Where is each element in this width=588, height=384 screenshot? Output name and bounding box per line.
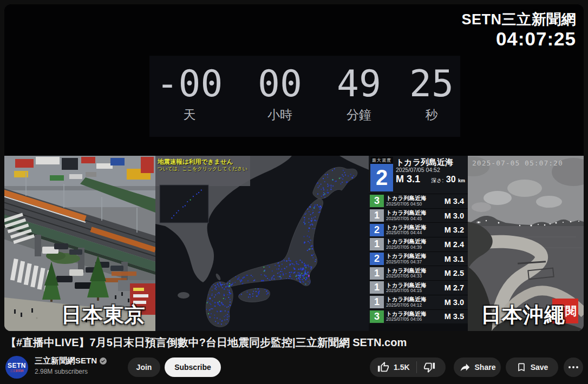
tokyo-cam-label: 日本東京	[61, 301, 146, 329]
quake-datetime: 2025/07/05 04:52	[396, 167, 468, 174]
quake-datetime: 2025/07/05 04:45	[386, 216, 426, 221]
okinawa-live-cam: 2025-07-05 05:07:20 訂閱 日本沖繩	[468, 156, 584, 331]
more-actions-button[interactable]	[564, 357, 583, 377]
okinawa-cam-label: 日本沖繩	[481, 301, 565, 329]
japan-map	[155, 156, 369, 331]
quake-depth: 深さ: 30 km	[431, 175, 468, 184]
doomsday-countdown-panel: -00 天 00 小時 49 分鐘 25 秒	[149, 56, 460, 137]
quake-datetime: 2025/07/05 04:50	[386, 202, 426, 207]
quake-rows: 3トカラ列島近海2025/07/05 04:50M 3.41トカラ列島近海202…	[369, 194, 468, 323]
intensity-badge: 1	[370, 209, 384, 222]
avatar-logo-text: SETN	[8, 362, 26, 369]
quake-magnitude: M 3.0	[445, 211, 468, 220]
cam-timestamp: 2025-07-05 05:07:20	[472, 159, 563, 167]
quake-datetime: 2025/07/05 04:44	[386, 230, 426, 235]
broadcaster-watermark: SETN三立新聞網 04:07:25	[461, 10, 576, 49]
quake-row: 3トカラ列島近海2025/07/05 04:06M 3.5	[369, 309, 468, 324]
intensity-badge: 2	[370, 163, 393, 191]
quake-datetime: 2025/07/05 04:33	[386, 274, 426, 279]
subscriber-count: 2.98M subscribers	[35, 368, 107, 375]
bookmark-icon	[516, 362, 527, 373]
thumb-up-icon[interactable]	[377, 361, 389, 373]
save-button[interactable]: Save	[506, 357, 558, 377]
intensity-badge: 1	[370, 296, 384, 308]
quake-magnitude: M 3.2	[445, 226, 468, 234]
share-button[interactable]: Share	[454, 357, 501, 377]
channel-avatar[interactable]: SETN 三立新聞網	[5, 356, 28, 379]
broadcast-clock: 04:07:25	[461, 29, 576, 49]
share-arrow-icon	[459, 361, 471, 373]
quake-datetime: 2025/07/05 04:39	[386, 245, 426, 250]
intensity-badge: 1	[370, 281, 384, 294]
channel-name[interactable]: 三立新聞網SETN	[35, 356, 107, 366]
quake-magnitude: M 2.4	[445, 240, 468, 249]
setn-logo: SETN三立新聞網	[461, 10, 576, 29]
intensity-badge: 2	[370, 224, 384, 236]
join-button[interactable]: Join	[128, 357, 160, 377]
quake-location: トカラ列島近海	[386, 253, 426, 260]
like-dislike-group: 1.5K	[370, 357, 446, 377]
quake-featured: 最大震度 2 トカラ列島近海 2025/07/05 04:52 M 3.1 深さ…	[369, 156, 468, 194]
youtube-watch-page: SETN三立新聞網 04:07:25 -00 天 00 小時 49 分鐘 25 …	[0, 0, 588, 384]
countdown-minutes: 49 分鐘	[329, 65, 389, 123]
quake-location: トカラ列島近海	[386, 210, 426, 216]
map-warning-notice: 地震速報は利用できません ついては、ここをクリックしてください	[158, 158, 247, 173]
countdown-hours: 00 小時	[250, 65, 310, 123]
like-count[interactable]: 1.5K	[394, 363, 410, 372]
max-intensity-label: 最大震度	[370, 157, 393, 164]
divider	[416, 361, 417, 373]
quake-row: 1トカラ列島近海2025/07/05 04:45M 3.0	[369, 208, 468, 223]
japan-seismic-map: 地震速報は利用できません ついては、ここをクリックしてください	[155, 156, 369, 331]
quake-row: 1トカラ列島近海2025/07/05 04:15M 2.7	[369, 280, 468, 295]
quake-row: 1トカラ列島近海2025/07/05 04:12M 3.0	[369, 295, 468, 309]
countdown-seconds: 25 秒	[401, 65, 462, 123]
multicam-strip: 日本東京	[4, 156, 584, 331]
verified-check-icon	[100, 357, 107, 365]
countdown-days: -00 天	[152, 65, 227, 123]
video-player[interactable]: SETN三立新聞網 04:07:25 -00 天 00 小時 49 分鐘 25 …	[4, 4, 584, 331]
quake-datetime: 2025/07/05 04:37	[386, 260, 426, 264]
three-dots-icon	[569, 366, 578, 368]
thumb-down-icon[interactable]	[423, 361, 435, 373]
channel-meta: 三立新聞網SETN 2.98M subscribers	[35, 356, 107, 375]
earthquake-list: 最大震度 2 トカラ列島近海 2025/07/05 04:52 M 3.1 深さ…	[369, 156, 468, 331]
quake-magnitude: M 3.1	[445, 255, 468, 263]
quake-row: 3トカラ列島近海2025/07/05 04:50M 3.4	[369, 194, 468, 208]
quake-magnitude: M 3.1	[396, 174, 420, 185]
subscribe-button[interactable]: Subscribe	[165, 357, 221, 377]
intensity-badge: 1	[370, 238, 384, 250]
intensity-badge: 2	[370, 253, 384, 265]
quake-magnitude: M 3.5	[445, 312, 468, 321]
quake-magnitude: M 3.4	[445, 197, 468, 206]
quake-row: 2トカラ列島近海2025/07/05 04:37M 3.1	[369, 251, 468, 266]
quake-row: 1トカラ列島近海2025/07/05 04:33M 2.5	[369, 266, 468, 280]
video-title: 【#直播中LIVE】7月5日末日預言倒數中?台日地震同步監控|三立新聞網 SET…	[5, 335, 579, 350]
quake-datetime: 2025/07/05 04:06	[386, 317, 426, 322]
quake-datetime: 2025/07/05 04:15	[386, 288, 426, 293]
intensity-badge: 1	[370, 267, 384, 280]
quake-magnitude: M 2.7	[445, 283, 468, 292]
channel-row: SETN 三立新聞網 三立新聞網SETN 2.98M subscribers J…	[0, 354, 588, 381]
intensity-badge: 3	[370, 195, 384, 207]
quake-row: 1トカラ列島近海2025/07/05 04:39M 2.4	[369, 237, 468, 251]
intensity-badge: 3	[370, 310, 384, 323]
tokyo-live-cam: 日本東京	[4, 156, 155, 331]
quake-datetime: 2025/07/05 04:12	[386, 303, 426, 308]
quake-magnitude: M 3.0	[445, 298, 468, 307]
avatar-logo-subtext: 三立新聞網	[10, 369, 24, 373]
quake-row: 2トカラ列島近海2025/07/05 04:44M 3.2	[369, 222, 468, 237]
quake-magnitude: M 2.5	[445, 269, 468, 277]
quake-location: トカラ列島近海	[396, 157, 468, 167]
